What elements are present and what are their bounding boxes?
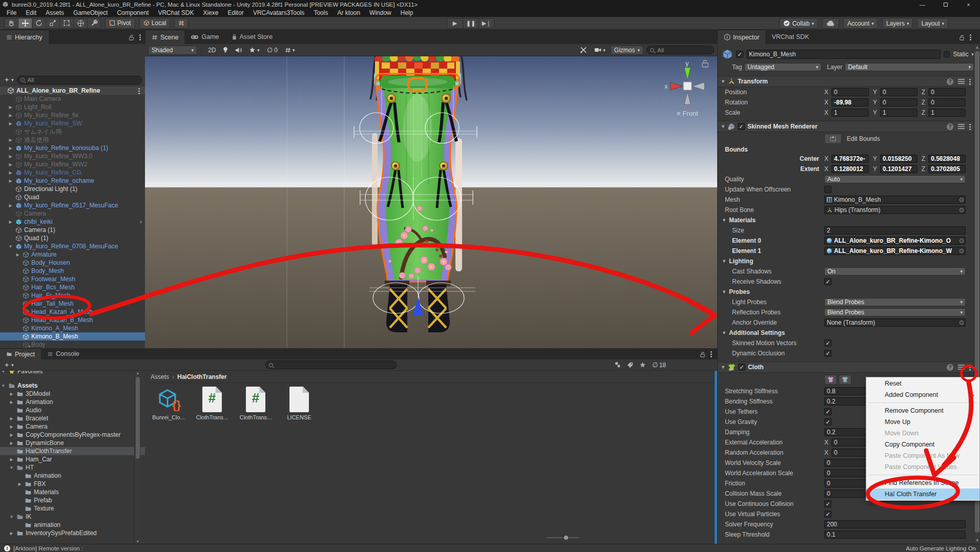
dropdown-light-probes[interactable]: Blend Probes▾ — [824, 298, 966, 306]
object-picker-icon[interactable]: ⊙ — [959, 319, 964, 326]
transform-component-header[interactable]: ▼ Transform ? — [718, 76, 974, 87]
cloth-enabled-checkbox[interactable]: ✓ — [738, 364, 745, 371]
expand-arrow-icon[interactable]: ▶ — [8, 146, 13, 151]
expand-arrow-icon[interactable]: ▶ — [8, 105, 13, 110]
menu-file[interactable]: File — [2, 9, 21, 16]
expand-arrow-icon[interactable]: ▶ — [8, 203, 13, 208]
center-x-field[interactable]: 4.768372e- — [831, 155, 869, 163]
project-tree-item[interactable]: ▶InventorySysPrefabEdited — [0, 529, 145, 537]
expand-arrow-icon[interactable]: ▶ — [15, 252, 20, 257]
scroll-down-icon[interactable]: ▼ — [135, 540, 141, 543]
hierarchy-item[interactable]: Quad — [0, 193, 145, 201]
hierarchy-item[interactable]: Directional Light (1) — [0, 185, 145, 193]
hierarchy-item[interactable]: ▶My_kuro_Refine_WW2 — [0, 160, 145, 168]
scene-visibility-toggle[interactable]: ∅0 — [265, 46, 280, 55]
collab-button[interactable]: Collab▾ — [779, 18, 818, 29]
hierarchy-item[interactable]: ▶My_kuro_Refine_CG — [0, 168, 145, 177]
hierarchy-item[interactable]: Footwear_Mesh — [0, 275, 145, 283]
context-menu-item-find-references-in-scene[interactable]: Find References In Scene — [866, 477, 979, 489]
edit-cloth-self-collision-button[interactable] — [839, 375, 851, 385]
hierarchy-item[interactable]: Body_Mesh — [0, 267, 145, 275]
cloth-component-header[interactable]: ▼ ✓ Cloth ? — [718, 362, 974, 373]
tab-inspector[interactable]: Inspector — [718, 30, 765, 44]
checkbox-use-gravity[interactable]: ✓ — [824, 418, 831, 426]
help-icon[interactable]: ? — [947, 78, 953, 85]
context-menu-item-move-up[interactable]: Move Up — [866, 416, 979, 428]
expand-arrow-icon[interactable]: ▶ — [9, 416, 14, 421]
expand-arrow-icon[interactable]: ▼ — [8, 244, 13, 249]
hierarchy-item[interactable]: ▶My_kuro_Refine_konosuba (1) — [0, 144, 145, 152]
expand-arrow-icon[interactable]: ▶ — [9, 441, 14, 445]
pause-button[interactable]: ❚❚ — [463, 18, 478, 29]
center-y-field[interactable]: 0.0158250 — [880, 155, 918, 163]
menu-gameobject[interactable]: GameObject — [69, 9, 112, 16]
slider-knob[interactable] — [564, 536, 568, 540]
maximize-button[interactable] — [934, 0, 957, 9]
breadcrumb-assets[interactable]: Assets — [151, 373, 169, 380]
tab-console[interactable]: Console — [41, 348, 86, 359]
hierarchy-item[interactable]: ▶過去使用 — [0, 136, 145, 144]
expand-arrow-icon[interactable]: ▶ — [8, 162, 13, 167]
project-tree-item[interactable]: ▶Ham_Car — [0, 455, 145, 463]
hierarchy-item[interactable]: ▶Light_Roll — [0, 103, 145, 111]
menu-ar-ktoon[interactable]: Ar ktoon — [332, 9, 365, 16]
object-picker-icon[interactable]: ⊙ — [959, 196, 964, 203]
checkbox-use-tethers[interactable]: ✓ — [824, 408, 831, 415]
expand-arrow-icon[interactable]: ▶ — [8, 113, 13, 118]
hierarchy-item[interactable]: Quad (1) — [0, 234, 145, 242]
expand-arrow-icon[interactable]: ▶ — [9, 433, 14, 437]
minimize-button[interactable]: — — [911, 0, 934, 9]
hierarchy-item[interactable]: Hair_Tail_Mesh — [0, 300, 145, 308]
play-button[interactable]: ▶ — [447, 18, 463, 29]
object-field-anchor-override[interactable]: None (Transform)⊙ — [824, 319, 966, 327]
hierarchy-item[interactable]: ▶My_kuro_Refine_WW3.0 — [0, 152, 145, 160]
object-picker-icon[interactable]: ⊙ — [959, 206, 964, 214]
effects-dropdown[interactable]: ▾ — [247, 46, 262, 55]
scroll-up-icon[interactable]: ▲ — [135, 371, 141, 375]
project-tree-item[interactable]: ▶DynamicBone — [0, 439, 145, 447]
object-picker-icon[interactable]: ⊙ — [959, 237, 964, 244]
project-tree-item[interactable]: ▶Camera — [0, 422, 145, 431]
asset-file[interactable]: #ClothTrans... — [240, 386, 272, 420]
project-hidden-toggle[interactable]: ∅18 — [652, 361, 666, 369]
rotate-tool-button[interactable] — [32, 18, 46, 29]
expand-arrow-icon[interactable]: ▶ — [17, 482, 23, 486]
inspector-group-additional-settings[interactable]: ▼Additional Settings — [718, 328, 974, 338]
tab-scene[interactable]: Scene — [145, 30, 184, 44]
gizmos-dropdown[interactable]: Gizmos▾ — [611, 46, 643, 55]
project-search[interactable] — [265, 360, 397, 369]
project-tree-item[interactable]: ▶Bracelet — [0, 414, 145, 422]
project-search-input[interactable] — [275, 362, 393, 369]
context-menu-item-remove-component[interactable]: Remove Component — [866, 405, 979, 416]
project-tree-item[interactable]: Prefab — [0, 496, 145, 504]
rotation-y-field[interactable]: 0 — [880, 98, 918, 107]
object-field-element-0[interactable]: ALL_Alone_kuro_BR_Refine-Kimono_O⊙ — [824, 237, 966, 245]
tab-game[interactable]: Game — [184, 30, 225, 44]
scroll-up-icon[interactable]: ▲ — [974, 45, 980, 50]
menu-component[interactable]: Component — [112, 9, 153, 16]
asset-file[interactable]: LICENSE — [283, 386, 315, 420]
scroll-down-icon[interactable]: ▼ — [974, 538, 980, 543]
dropdown-reflection-probes[interactable]: Blend Probes▾ — [824, 308, 966, 316]
preset-icon[interactable] — [958, 79, 965, 84]
project-tree-item[interactable]: ▶3DModel — [0, 390, 145, 398]
field-size[interactable]: 2 — [824, 226, 966, 235]
position-z-field[interactable]: 0 — [928, 88, 966, 96]
expand-arrow-icon[interactable]: ▶ — [9, 424, 14, 429]
preset-icon[interactable] — [958, 365, 965, 370]
project-tree-item[interactable]: HaiClothTransfer — [0, 447, 145, 455]
hierarchy-create-button[interactable]: ＋▾ — [3, 75, 14, 84]
scrollbar-thumb[interactable] — [136, 377, 140, 459]
hierarchy-item[interactable]: Hair_Fr_Mesh — [0, 291, 145, 300]
checkbox-dynamic-occlusion[interactable]: ✓ — [824, 350, 831, 357]
favorites-icon[interactable] — [639, 362, 646, 368]
expand-arrow-icon[interactable]: ▶ — [9, 531, 14, 536]
grid-snap-toggle[interactable] — [174, 18, 189, 29]
smr-enabled-checkbox[interactable]: ✓ — [738, 123, 745, 130]
menu-xiexe[interactable]: Xiexe — [198, 9, 223, 16]
hierarchy-item[interactable]: Camera (1) — [0, 226, 145, 234]
camera-settings-dropdown[interactable]: ▾ — [592, 46, 608, 55]
hierarchy-item[interactable]: Hair_Bcs_Mesh — [0, 283, 145, 291]
rect-tool-button[interactable] — [59, 18, 73, 29]
project-tree-item[interactable]: Audio — [0, 406, 145, 414]
